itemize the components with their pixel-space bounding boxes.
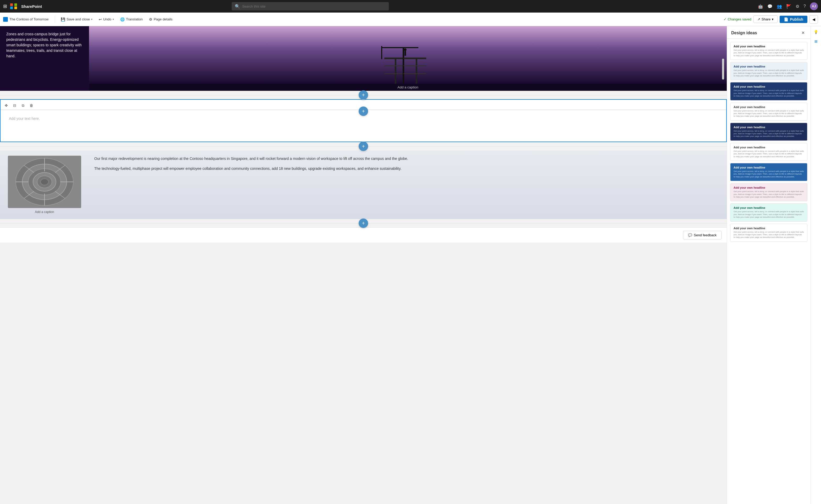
chat-icon[interactable]: 💬 [767, 4, 773, 9]
main-layout: Zones and cross-campus bridge just for p… [0, 26, 821, 504]
image-column: Add a caption [0, 156, 89, 214]
top-image-panel: Add a caption [89, 26, 727, 91]
waffle-icon[interactable]: ⊞ [3, 3, 7, 9]
bottom-image-caption[interactable]: Add a caption [35, 210, 54, 214]
svg-rect-11 [402, 58, 403, 84]
spiral-svg [8, 156, 81, 208]
flag-icon[interactable]: 🚩 [786, 4, 791, 9]
svg-rect-10 [384, 73, 426, 74]
share-dropdown-arrow: ▾ [772, 17, 774, 21]
design-idea-card-5[interactable]: Add your own headline Get your point acr… [730, 123, 807, 141]
add-section-button-2[interactable]: + [359, 142, 368, 151]
save-icon: 💾 [61, 17, 65, 21]
toolbar: The Contoso of Tomorrow 💾 Save and close… [0, 13, 821, 26]
search-input[interactable] [242, 4, 385, 8]
design-idea-card-8[interactable]: Add your own headline Get your point acr… [730, 183, 807, 201]
people-icon[interactable]: 👥 [777, 4, 782, 9]
move-section-button[interactable]: ✥ [3, 102, 10, 109]
design-idea-card-1[interactable]: Add your own headline Get your point acr… [730, 42, 807, 60]
share-button[interactable]: ↗ Share ▾ [753, 15, 778, 23]
design-idea-card-9[interactable]: Add your own headline Get your point acr… [730, 203, 807, 221]
idea-subtext-7: Get your point across, tell a story, or … [734, 170, 804, 178]
design-ideas-header: Design ideas ✕ [727, 26, 811, 39]
duplicate-section-button[interactable]: ⧉ [19, 102, 27, 109]
help-copilot-icon[interactable]: 🤖 [758, 4, 763, 9]
idea-subtext-2: Get your point across, tell a story, or … [734, 69, 804, 77]
idea-subtext-3: Get your point across, tell a story, or … [734, 89, 804, 97]
top-text-content: Zones and cross-campus bridge just for p… [6, 31, 83, 59]
svg-rect-8 [404, 51, 406, 56]
spiral-staircase-image [8, 156, 81, 208]
design-idea-card-6[interactable]: Add your own headline Get your point acr… [730, 143, 807, 161]
edit-section-button[interactable]: ⊟ [11, 102, 18, 109]
design-idea-card-10[interactable]: Add your own headline Get your point acr… [730, 224, 807, 242]
add-section-button-1[interactable]: + [359, 90, 368, 100]
save-dropdown-arrow: ▾ [91, 18, 92, 21]
changes-saved-status: ✓ Changes saved [724, 17, 751, 21]
save-and-close-label: Save and close [66, 17, 90, 21]
breadcrumb-title: The Contoso of Tomorrow [9, 17, 48, 21]
undo-button[interactable]: ↩ Undo ▾ [96, 16, 116, 23]
design-idea-card-3[interactable]: Add your own headline Get your point acr… [730, 82, 807, 100]
publish-icon: 📄 [784, 17, 788, 21]
top-text-panel: Zones and cross-campus bridge just for p… [0, 26, 89, 91]
idea-headline-7: Add your own headline [734, 166, 804, 169]
help-icon[interactable]: ? [803, 4, 806, 9]
share-icon: ↗ [757, 17, 760, 21]
svg-point-18 [41, 179, 48, 185]
idea-subtext-10: Get your point across, tell a story, or … [734, 231, 804, 239]
idea-subtext-8: Get your point across, tell a story, or … [734, 190, 804, 198]
microsoft-logo[interactable] [10, 3, 18, 9]
bottom-content-section: Add a caption Our first major redevelopm… [0, 150, 727, 219]
page-details-label: Page details [154, 17, 172, 21]
undo-label: Undo [103, 17, 111, 21]
send-feedback-bar: 💬 Send feedback [0, 227, 727, 243]
page-content[interactable]: Zones and cross-campus bridge just for p… [0, 26, 727, 504]
scroll-indicator [722, 59, 724, 80]
share-label: Share [762, 17, 771, 21]
page-details-button[interactable]: ⚙ Page details [146, 16, 175, 23]
avatar[interactable]: AJ [810, 2, 818, 10]
design-ideas-title: Design ideas [731, 31, 757, 35]
toolbar-divider-1 [55, 16, 55, 23]
text-editor-section[interactable]: ✥ ⊟ ⧉ 🗑 + Add your text here. [0, 99, 727, 142]
idea-subtext-4: Get your point across, tell a story, or … [734, 110, 804, 118]
svg-rect-3 [402, 47, 419, 48]
translation-label: Translation [126, 17, 143, 21]
feedback-icon: 💬 [688, 233, 692, 237]
send-feedback-button[interactable]: 💬 Send feedback [683, 231, 722, 239]
idea-subtext-9: Get your point across, tell a story, or … [734, 210, 804, 219]
add-section-wrapper-3: + [0, 219, 727, 227]
top-caption[interactable]: Add a caption [89, 84, 727, 91]
idea-headline-5: Add your own headline [734, 126, 804, 129]
design-idea-card-4[interactable]: Add your own headline Get your point acr… [730, 103, 807, 121]
svg-rect-4 [384, 58, 426, 59]
idea-headline-6: Add your own headline [734, 146, 804, 149]
add-section-wrapper-1: + [0, 91, 727, 99]
settings-icon[interactable]: ⚙ [796, 4, 799, 9]
svg-rect-9 [384, 65, 426, 66]
top-navigation: ⊞ SharePoint 🔍 🤖 💬 👥 🚩 ⚙ ? AJ [0, 0, 821, 13]
design-idea-card-7[interactable]: Add your own headline Get your point acr… [730, 163, 807, 181]
text-editor-placeholder: Add your text here. [9, 116, 40, 121]
idea-subtext-5: Get your point across, tell a story, or … [734, 130, 804, 138]
collapse-button[interactable]: ◀ [809, 15, 818, 24]
layout-tool-button[interactable]: ⊞ [812, 38, 820, 45]
close-design-ideas-button[interactable]: ✕ [800, 30, 806, 36]
section-toolbar: ✥ ⊟ ⧉ 🗑 [3, 102, 35, 109]
right-edge-tools: 💡 ⊞ [811, 26, 821, 504]
save-and-close-button[interactable]: 💾 Save and close ▾ [58, 16, 95, 23]
design-idea-card-2[interactable]: Add your own headline Get your point acr… [730, 62, 807, 80]
idea-headline-1: Add your own headline [734, 45, 804, 48]
add-section-button-inner[interactable]: + [359, 107, 368, 116]
idea-subtext-1: Get your point across, tell a story, or … [734, 49, 804, 57]
delete-section-button[interactable]: 🗑 [28, 102, 35, 109]
undo-dropdown-arrow: ▾ [113, 18, 114, 21]
design-ideas-toggle-button[interactable]: 💡 [812, 28, 820, 36]
publish-button[interactable]: 📄 Publish [780, 16, 807, 23]
search-bar[interactable]: 🔍 [232, 2, 389, 10]
translation-button[interactable]: 🌐 Translation [117, 16, 145, 23]
page-icon [3, 17, 8, 22]
add-section-button-3[interactable]: + [359, 219, 368, 228]
svg-rect-1 [382, 47, 404, 48]
